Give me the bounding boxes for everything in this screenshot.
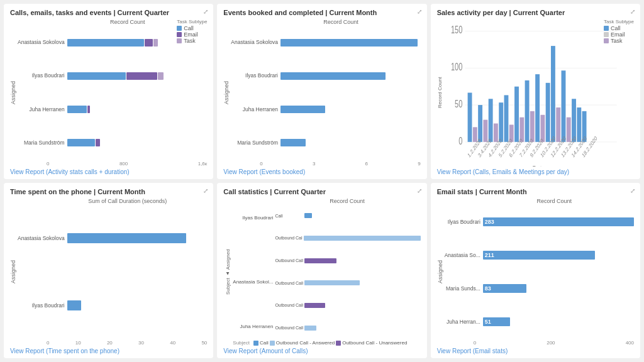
svg-rect-23: [545, 83, 550, 142]
bar-purple-1-1: [126, 72, 157, 80]
svg-rect-10: [478, 105, 482, 142]
card5-subjects: Ilyas Boudrari Anastasia Sokol... Juha H…: [233, 205, 275, 339]
card4-title: Time spent on the phone | Current Month: [10, 188, 207, 195]
bar-purple-1-3: [96, 139, 100, 146]
card2-y-labels: Anastasia Sokolova Ilyas Boudrari Juha H…: [231, 26, 280, 160]
y-label-4-0: Anastasia Sokolova: [18, 235, 65, 241]
card6-x-ticks: 0 200 400: [437, 340, 634, 346]
bar-row-1-2: [67, 106, 208, 113]
card6-y-axis-label: Assigned: [437, 205, 443, 339]
bar-purple-1-0: [145, 39, 153, 47]
dashboard: Calls, emails, tasks and events | Curren…: [0, 0, 644, 362]
card1-view-report[interactable]: View Report (Activity stats calls + dura…: [10, 168, 207, 175]
expand-icon-2[interactable]: ⤢: [417, 8, 422, 15]
bar-call-4: [304, 303, 325, 308]
svg-rect-26: [561, 70, 565, 142]
card1-bars: [67, 26, 208, 160]
expand-icon-3[interactable]: ⤢: [630, 8, 635, 15]
card6-y-labels: Ilyas Boudrari Anastasia So... Maria Sun…: [445, 205, 483, 339]
card5-y-label: Subject ▲ Assigned: [223, 205, 232, 339]
expand-icon-6[interactable]: ⤢: [630, 187, 635, 194]
svg-rect-14: [499, 102, 503, 142]
card1-y-axis-label: Assigned: [10, 26, 16, 160]
card2-y-axis-label: Assigned: [223, 26, 230, 160]
card4-y-labels: Anastasia Sokolova Ilyas Boudrari: [18, 205, 67, 339]
subject-3: Anastasia Sokol...: [233, 279, 273, 285]
svg-text:Date: Date: [532, 163, 545, 167]
y-label-6-1: Anastasia So...: [445, 252, 480, 258]
bar-row-1-3: [67, 139, 208, 146]
subject-5: Juha Herranen: [233, 324, 273, 329]
callstat-row-0: Call: [275, 213, 420, 218]
svg-text:100: 100: [451, 62, 462, 72]
card5-bars: Call Outbound Call ... Outbound Call ...: [275, 205, 420, 339]
bar-2-0: [280, 39, 418, 47]
card2-view-report[interactable]: View Report (Events booked): [223, 168, 420, 175]
card4-view-report[interactable]: View Report (Time spent on the phone): [10, 348, 207, 354]
bar-lav-1-1: [158, 72, 164, 80]
bar-2-3: [280, 139, 306, 146]
expand-icon-1[interactable]: ⤢: [203, 8, 208, 15]
card4-bars: [67, 205, 208, 339]
card3-y-label: Record Count: [437, 19, 443, 167]
bar-call-3: [304, 280, 360, 285]
email-bar-row-3: 51: [483, 317, 634, 326]
bar-4-1: [67, 300, 81, 310]
call-label-1: Outbound Call ...: [275, 236, 303, 240]
call-label-4: Outbound Call ...: [275, 303, 303, 307]
expand-icon-5[interactable]: ⤢: [417, 187, 422, 194]
card3-view-report[interactable]: View Report (Calls, Emails & Meetings pe…: [437, 168, 634, 175]
bar-blue-1-2: [67, 106, 87, 113]
svg-rect-12: [488, 99, 492, 142]
bar-2-1: [280, 72, 386, 80]
call-label-3: Outbound Call ...: [275, 281, 303, 285]
email-bar-row-2: 83: [483, 284, 634, 293]
svg-rect-15: [504, 95, 508, 141]
bar-lav-1-0: [153, 39, 158, 47]
bar-call-0: [304, 213, 312, 218]
bar-call-5: [304, 326, 316, 331]
card5-title: Call statistics | Current Quarter: [223, 188, 420, 195]
email-bar-2: 83: [483, 284, 527, 293]
card1-title: Calls, emails, tasks and events | Curren…: [10, 9, 207, 16]
bar-call-1: [304, 236, 420, 241]
callstat-row-3: Outbound Call ...: [275, 280, 420, 285]
y-label-1-0: Anastasia Sokolova: [18, 40, 65, 45]
svg-rect-17: [514, 87, 519, 142]
call-label-0: Call: [275, 214, 303, 218]
card6-x-axis: Record Count: [475, 198, 634, 204]
callstat-row-2: Outbound Call ...: [275, 258, 420, 263]
call-label-5: Outbound Call ...: [275, 326, 303, 330]
card-events: Events booked and completed | Current Mo…: [217, 4, 426, 179]
bar-blue-1-1: [67, 72, 126, 80]
y-label-2-1: Ilyas Boudrari: [231, 72, 278, 79]
svg-rect-19: [525, 80, 529, 142]
card6-view-report[interactable]: View Report (Email stats): [437, 348, 634, 354]
legend-call-1: Call: [177, 25, 207, 31]
card3-title: Sales activity per day | Current Quarter: [437, 9, 634, 16]
y-label-1-3: Maria Sundström: [18, 140, 65, 146]
svg-rect-25: [556, 107, 560, 142]
expand-icon-4[interactable]: ⤢: [203, 187, 208, 194]
bar-4-0: [67, 233, 186, 243]
card4-x-ticks: 0 10 20 30 40 50: [10, 340, 207, 346]
card5-x-axis: Record Count: [274, 198, 420, 204]
svg-rect-8: [467, 93, 472, 142]
callstat-row-4: Outbound Call ...: [275, 303, 420, 308]
card1-y-labels: Anastasia Sokolova Ilyas Boudrari Juha H…: [18, 26, 67, 160]
bar-call-2: [304, 258, 336, 263]
card2-bars: [280, 26, 421, 160]
card6-title: Email stats | Current Month: [437, 188, 634, 195]
email-bar-0: 283: [483, 217, 634, 226]
svg-rect-29: [577, 107, 581, 142]
card5-view-report[interactable]: View Report (Amount of Calls): [223, 348, 420, 354]
bar-purple-1-2: [87, 106, 90, 113]
card1-x-ticks: 0 800 1,6к: [10, 161, 207, 167]
y-label-6-0: Ilyas Boudrari: [445, 219, 480, 225]
subject-0: Ilyas Boudrari: [233, 215, 273, 221]
email-bar-row-1: 211: [483, 251, 634, 260]
card6-bars: 283 211 83 51: [483, 205, 634, 339]
legend-task-1: Task: [177, 38, 207, 44]
card5-x-ticks: Subject Call Outbound Call - Answered Ou…: [223, 340, 420, 346]
email-bar-3: 51: [483, 317, 510, 326]
